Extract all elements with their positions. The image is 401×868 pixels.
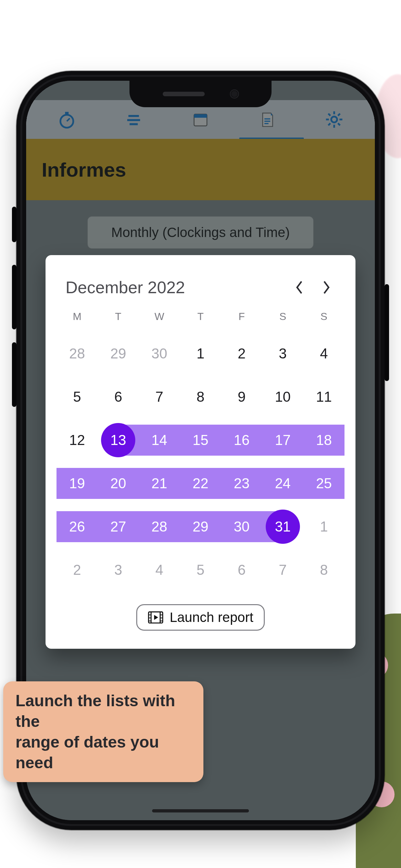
calendar-day[interactable]: 16 — [221, 419, 262, 461]
weekday-header-row: MTWTFSS — [57, 303, 344, 332]
calendar-grid: 2829301234567891011121314151617181920212… — [57, 332, 344, 591]
weekday-label: W — [139, 303, 180, 332]
weekday-label: S — [304, 303, 344, 332]
calendar-day[interactable]: 5 — [57, 376, 97, 418]
tooltip-line-1: Launch the lists with the — [16, 690, 191, 732]
date-range-modal: December 2022 MTWTFSS 282930123456789101… — [45, 255, 356, 649]
calendar-day[interactable]: 18 — [304, 419, 344, 461]
weekday-label: M — [57, 303, 97, 332]
calendar-day[interactable]: 1 — [180, 332, 221, 375]
calendar-day[interactable]: 23 — [221, 462, 262, 505]
calendar-day[interactable]: 31 — [262, 505, 303, 548]
calendar-day[interactable]: 19 — [57, 462, 97, 505]
home-indicator[interactable] — [152, 809, 249, 812]
calendar-day[interactable]: 2 — [221, 332, 262, 375]
calendar-day[interactable]: 9 — [221, 376, 262, 418]
calendar-day[interactable]: 12 — [57, 419, 97, 461]
promo-tooltip: Launch the lists with the range of dates… — [3, 681, 204, 782]
calendar-day[interactable]: 28 — [57, 332, 97, 375]
svg-marker-23 — [154, 615, 158, 620]
calendar-day[interactable]: 6 — [221, 549, 262, 591]
calendar-day[interactable]: 25 — [304, 462, 344, 505]
calendar-day[interactable]: 24 — [262, 462, 303, 505]
calendar-day[interactable]: 7 — [262, 549, 303, 591]
chevron-left-icon — [295, 280, 304, 295]
calendar-day[interactable]: 30 — [221, 505, 262, 548]
tooltip-line-2: range of dates you need — [16, 732, 191, 773]
calendar-day[interactable]: 29 — [180, 505, 221, 548]
weekday-label: T — [97, 303, 138, 332]
calendar-day[interactable]: 17 — [262, 419, 303, 461]
calendar-day[interactable]: 6 — [97, 376, 138, 418]
weekday-label: T — [180, 303, 221, 332]
chevron-right-icon — [321, 280, 331, 295]
calendar-day[interactable]: 3 — [97, 549, 138, 591]
calendar-day[interactable]: 22 — [180, 462, 221, 505]
calendar-month-label[interactable]: December 2022 — [66, 278, 281, 297]
calendar-day[interactable]: 1 — [304, 505, 344, 548]
calendar-day[interactable]: 8 — [180, 376, 221, 418]
calendar-day[interactable]: 26 — [57, 505, 97, 548]
calendar-day[interactable]: 10 — [262, 376, 303, 418]
launch-report-button[interactable]: Launch report — [136, 604, 265, 631]
calendar-day[interactable]: 21 — [139, 462, 180, 505]
calendar-day[interactable]: 29 — [97, 332, 138, 375]
calendar-day[interactable]: 5 — [180, 549, 221, 591]
calendar-day[interactable]: 2 — [57, 549, 97, 591]
calendar-day[interactable]: 20 — [97, 462, 138, 505]
launch-report-label: Launch report — [169, 610, 253, 625]
calendar-day[interactable]: 7 — [139, 376, 180, 418]
next-month-button[interactable] — [317, 278, 335, 297]
calendar-day[interactable]: 3 — [262, 332, 303, 375]
film-play-icon — [148, 610, 164, 624]
calendar-day[interactable]: 15 — [180, 419, 221, 461]
calendar-day[interactable]: 28 — [139, 505, 180, 548]
weekday-label: S — [262, 303, 303, 332]
calendar-day[interactable]: 8 — [304, 549, 344, 591]
calendar-day[interactable]: 11 — [304, 376, 344, 418]
calendar-day[interactable]: 30 — [139, 332, 180, 375]
calendar-day[interactable]: 27 — [97, 505, 138, 548]
notch — [129, 81, 272, 107]
calendar-day[interactable]: 14 — [139, 419, 180, 461]
calendar-day[interactable]: 4 — [139, 549, 180, 591]
calendar-day[interactable]: 4 — [304, 332, 344, 375]
calendar-day[interactable]: 13 — [97, 419, 138, 461]
weekday-label: F — [221, 303, 262, 332]
prev-month-button[interactable] — [290, 278, 308, 297]
